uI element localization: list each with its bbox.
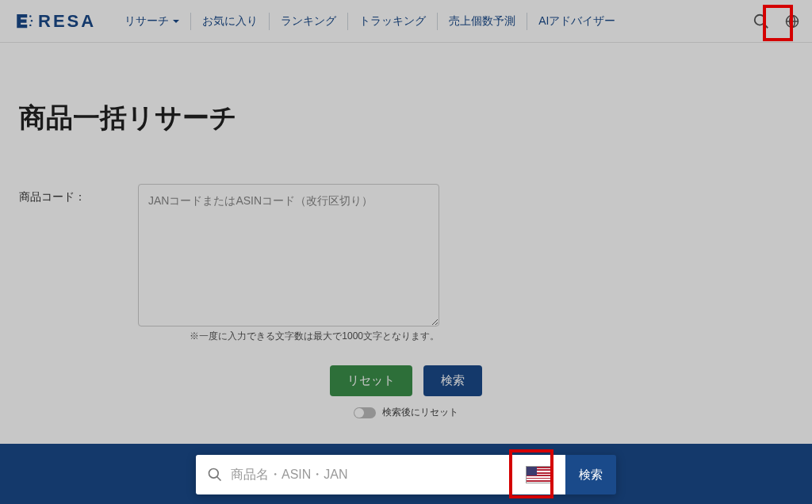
nav-ai-advisor[interactable]: AIアドバイザー xyxy=(527,13,626,30)
nav-favorites[interactable]: お気に入り xyxy=(191,13,270,30)
reset-after-search-toggle[interactable] xyxy=(354,407,376,418)
svg-point-1 xyxy=(31,19,33,21)
chevron-down-icon xyxy=(173,20,179,23)
svg-point-0 xyxy=(29,15,31,17)
highlight-box-search-icon xyxy=(763,5,793,41)
search-popup-submit[interactable]: 検索 xyxy=(565,455,616,494)
product-code-textarea[interactable] xyxy=(138,184,439,326)
logo[interactable]: RESA xyxy=(14,11,96,32)
nav-label: お気に入り xyxy=(202,14,258,29)
form-field-wrap: ※一度に入力できる文字数は最大で1000文字となります。 xyxy=(138,184,439,343)
toggle-label: 検索後にリセット xyxy=(382,406,458,419)
toggle-row: 検索後にリセット xyxy=(19,406,793,419)
helper-text: ※一度に入力できる文字数は最大で1000文字となります。 xyxy=(138,330,439,343)
page-title: 商品一括リサーチ xyxy=(19,100,793,136)
nav-research[interactable]: リサーチ xyxy=(113,13,191,30)
nav-label: リサーチ xyxy=(124,14,169,29)
logo-icon xyxy=(14,11,35,32)
svg-line-9 xyxy=(217,477,221,481)
svg-point-2 xyxy=(29,24,31,25)
logo-text: RESA xyxy=(38,11,96,32)
nav-label: トラッキング xyxy=(359,14,426,29)
nav-label: ランキング xyxy=(281,14,336,29)
svg-point-8 xyxy=(209,469,219,479)
highlight-box-flag xyxy=(509,449,553,498)
button-row: リセット 検索 xyxy=(19,365,793,396)
search-button[interactable]: 検索 xyxy=(423,365,482,396)
search-popup-input[interactable] xyxy=(231,468,515,482)
nav-label: 売上個数予測 xyxy=(449,14,515,29)
search-icon xyxy=(207,467,223,483)
nav-label: AIアドバイザー xyxy=(538,14,615,29)
reset-button[interactable]: リセット xyxy=(330,365,412,396)
main-nav: リサーチ お気に入り ランキング トラッキング 売上個数予測 AIアドバイザー xyxy=(113,13,749,30)
nav-ranking[interactable]: ランキング xyxy=(270,13,348,30)
header: RESA リサーチ お気に入り ランキング トラッキング 売上個数予測 AIアド… xyxy=(0,0,812,43)
form-label-code: 商品コード： xyxy=(19,184,106,204)
main-content: 商品一括リサーチ 商品コード： ※一度に入力できる文字数は最大で1000文字とな… xyxy=(0,43,812,419)
nav-sales-forecast[interactable]: 売上個数予測 xyxy=(438,13,527,30)
nav-tracking[interactable]: トラッキング xyxy=(348,13,438,30)
form-row: 商品コード： ※一度に入力できる文字数は最大で1000文字となります。 xyxy=(19,184,793,343)
toggle-knob xyxy=(354,408,364,418)
